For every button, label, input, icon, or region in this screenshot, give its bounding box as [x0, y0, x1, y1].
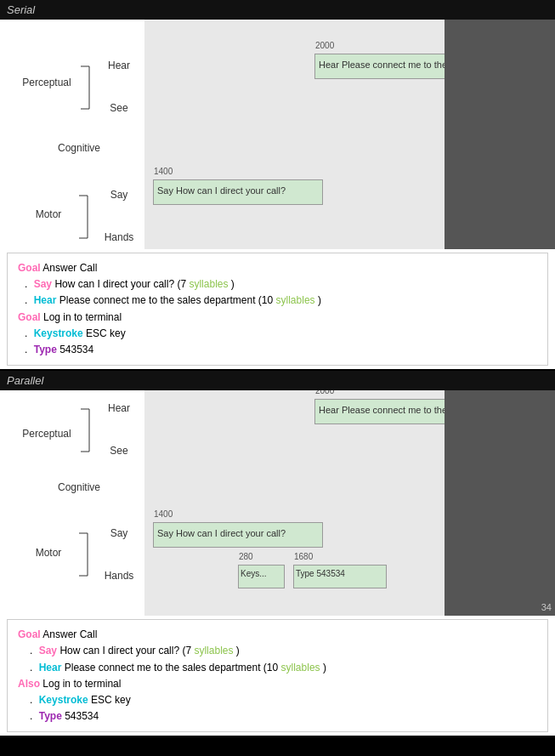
parallel-say-label: Say	[39, 645, 57, 657]
serial-hear-syllables: syllables	[276, 294, 315, 306]
serial-goal2-label: Goal	[18, 311, 41, 323]
serial-type-label: Type	[34, 344, 57, 355]
serial-type-line: . Type 543534	[18, 342, 537, 358]
p-say-time: 1400	[154, 509, 173, 519]
hear-row-label: Hear	[108, 60, 130, 71]
p-type-track-text: Type 543534	[294, 566, 386, 582]
say-row-label: Say	[110, 189, 128, 201]
serial-say-end: )	[231, 278, 235, 290]
serial-brackets-svg: Perceptual Hear See Cognitive Motor Say	[0, 20, 144, 249]
serial-bullet3: .	[25, 327, 27, 339]
parallel-hear-line: . Hear Please connect me to the sales de…	[18, 660, 537, 676]
serial-say-line: . Say How can I direct your call? (7 syl…	[18, 276, 537, 293]
serial-say-syllables: syllables	[189, 278, 228, 290]
serial-goal2-line: Goal Log in to terminal	[18, 310, 537, 326]
parallel-bullet3: .	[30, 694, 32, 706]
serial-keystroke-line: . Keystroke ESC key	[18, 326, 537, 342]
parallel-bullet1: .	[30, 645, 32, 657]
serial-keystroke-text: ESC key	[86, 327, 126, 339]
hear-time: 2000	[315, 41, 334, 50]
serial-label: Serial	[0, 0, 555, 20]
parallel-extra-label: 34	[541, 602, 552, 612]
say-track-text: Say How can I direct your call?	[154, 180, 322, 201]
p-keys-track: 280 Keys...	[238, 565, 285, 588]
say-time: 1400	[154, 167, 173, 176]
parallel-say-syllables: syllables	[194, 645, 233, 657]
say-track: 1400 Say How can I direct your call?	[153, 179, 323, 205]
p-motor-label: Motor	[36, 547, 62, 559]
parallel-section: Parallel Perceptual Hear See Cognitive M…	[0, 371, 555, 736]
parallel-goal1-text: Answer Call	[41, 628, 98, 640]
parallel-say-text: How can I direct your call? (7	[59, 645, 194, 657]
parallel-keystroke-line: . Keystroke ESC key	[18, 692, 537, 708]
serial-hear-label: Hear	[34, 294, 57, 306]
p-see-label: See	[110, 445, 128, 457]
parallel-say-end: )	[236, 645, 240, 657]
parallel-right-dark: 34	[445, 390, 555, 616]
serial-annotation: Goal Answer Call . Say How can I direct …	[7, 253, 548, 366]
serial-panel: Perceptual Hear See Cognitive Motor Say	[0, 20, 555, 369]
serial-hear-text: Please connect me to the sales departmen…	[59, 294, 276, 306]
p-say-track: 1400 Say How can I direct your call?	[153, 522, 323, 548]
parallel-panel: Perceptual Hear See Cognitive Motor Say …	[0, 390, 555, 736]
see-row-label: See	[110, 102, 128, 114]
parallel-track-area: 2000 Hear Please connect me to the sales…	[144, 390, 555, 616]
parallel-goal1-line: Goal Answer Call	[18, 627, 537, 643]
serial-timeline: Perceptual Hear See Cognitive Motor Say	[0, 20, 555, 249]
parallel-goal2-text: Log in to terminal	[40, 678, 121, 690]
p-say-track-text: Say How can I direct your call?	[154, 523, 322, 543]
p-say-label: Say	[110, 527, 128, 539]
serial-hear-line: . Hear Please connect me to the sales de…	[18, 293, 537, 309]
perceptual-label: Perceptual	[22, 77, 71, 88]
parallel-bullet4: .	[30, 710, 32, 722]
serial-bullet4: .	[25, 344, 27, 355]
parallel-type-line: . Type 543534	[18, 708, 537, 725]
parallel-label: Parallel	[0, 371, 555, 390]
parallel-hear-syllables: syllables	[281, 662, 320, 674]
parallel-type-text: 543534	[65, 710, 99, 722]
serial-say-text: How can I direct your call? (7	[54, 278, 189, 290]
serial-goal1-label: Goal	[18, 262, 41, 274]
serial-goal2-text: Log in to terminal	[41, 311, 122, 323]
parallel-timeline: Perceptual Hear See Cognitive Motor Say …	[0, 390, 555, 616]
serial-track-area: 2000 Hear Please connect me to the sales…	[144, 20, 555, 249]
parallel-hear-label: Hear	[39, 662, 62, 674]
parallel-keystroke-label: Keystroke	[39, 694, 88, 706]
serial-bullet2: .	[25, 294, 27, 306]
parallel-goal2-line: Also Log in to terminal	[18, 676, 537, 692]
serial-goal1-line: Goal Answer Call	[18, 260, 537, 276]
p-perceptual-label: Perceptual	[22, 428, 71, 440]
serial-hear-end: )	[318, 294, 321, 306]
hands-row-label: Hands	[105, 231, 134, 243]
p-keys-track-text: Keys...	[239, 566, 284, 582]
parallel-also-label: Also	[18, 678, 40, 690]
parallel-say-line: . Say How can I direct your call? (7 syl…	[18, 643, 537, 659]
p-cognitive-label: Cognitive	[58, 481, 100, 493]
p-hear-label: Hear	[108, 402, 130, 414]
p-type-time: 1680	[294, 552, 313, 561]
parallel-hear-end: )	[323, 662, 326, 674]
serial-goal1-text: Answer Call	[41, 262, 98, 274]
serial-keystroke-label: Keystroke	[34, 327, 83, 339]
parallel-hear-text: Please connect me to the sales departmen…	[65, 662, 281, 674]
serial-section: Serial Perceptual Hear See Cognitive Mot…	[0, 0, 555, 369]
serial-right-dark	[445, 20, 555, 249]
p-hear-time: 2000	[315, 390, 334, 395]
cognitive-label: Cognitive	[58, 142, 100, 154]
p-type-track: 1680 Type 543534	[293, 565, 387, 588]
serial-type-text: 543534	[59, 344, 93, 355]
parallel-brackets-svg: Perceptual Hear See Cognitive Motor Say …	[0, 390, 144, 616]
serial-bullet1: .	[25, 278, 27, 290]
parallel-bullet2: .	[30, 662, 32, 674]
parallel-keystroke-text: ESC key	[91, 694, 131, 706]
parallel-annotation: Goal Answer Call . Say How can I direct …	[7, 619, 548, 732]
p-keys-time: 280	[239, 552, 253, 561]
parallel-type-label: Type	[39, 710, 62, 722]
p-hands-label: Hands	[105, 570, 134, 582]
motor-label: Motor	[36, 208, 62, 220]
serial-say-label: Say	[34, 278, 52, 290]
parallel-goal1-label: Goal	[18, 628, 41, 640]
